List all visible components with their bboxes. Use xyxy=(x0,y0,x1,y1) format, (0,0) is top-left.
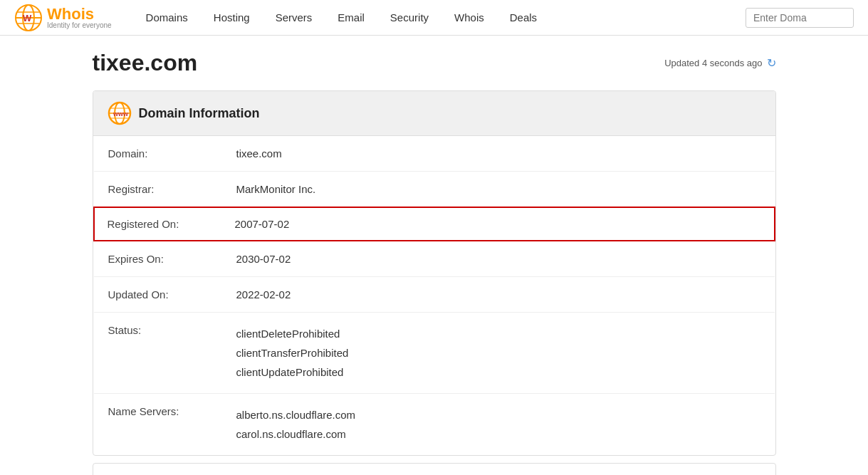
info-card-title: Domain Information xyxy=(139,106,260,121)
updated-text-label: Updated 4 seconds ago xyxy=(664,58,762,68)
ns-list: alberto.ns.cloudflare.com carol.ns.cloud… xyxy=(236,405,760,444)
nav-domains[interactable]: Domains xyxy=(133,0,201,36)
www-icon: www xyxy=(108,101,132,125)
refresh-icon[interactable]: ↻ xyxy=(767,56,776,70)
main-nav: Domains Hosting Servers Email Security W… xyxy=(133,0,746,36)
nav-hosting[interactable]: Hosting xyxy=(201,0,263,36)
status-list: clientDeleteProhibited clientTransferPro… xyxy=(236,324,760,382)
logo-link[interactable]: W Whois Identity for everyone xyxy=(14,4,112,32)
table-row-registered: Registered On: 2007-07-02 xyxy=(94,207,775,241)
search-input[interactable] xyxy=(753,12,846,24)
row-label-ns: Name Servers: xyxy=(94,394,222,456)
row-label-status: Status: xyxy=(94,313,222,394)
table-row-ns: Name Servers: alberto.ns.cloudflare.com … xyxy=(94,394,775,456)
nav-security[interactable]: Security xyxy=(377,0,441,36)
nav-deals[interactable]: Deals xyxy=(497,0,550,36)
nav-servers[interactable]: Servers xyxy=(263,0,325,36)
row-value: tixee.com xyxy=(222,136,775,172)
row-value-registered: 2007-07-02 xyxy=(222,207,775,241)
table-row-status: Status: clientDeleteProhibited clientTra… xyxy=(94,313,775,394)
list-item: clientUpdateProhibited xyxy=(236,362,760,382)
logo-icon: W xyxy=(14,4,43,32)
search-box xyxy=(746,8,854,28)
svg-text:www: www xyxy=(113,110,129,118)
partial-card xyxy=(93,463,776,475)
row-value: 2030-07-02 xyxy=(222,241,775,277)
list-item: carol.ns.cloudflare.com xyxy=(236,424,760,444)
row-value: MarkMonitor Inc. xyxy=(222,172,775,208)
logo-whois-label: Whois xyxy=(47,6,112,22)
list-item: clientDeleteProhibited xyxy=(236,324,760,343)
list-item: clientTransferProhibited xyxy=(236,343,760,362)
table-row: Registrar: MarkMonitor Inc. xyxy=(94,172,775,208)
table-row: Expires On: 2030-07-02 xyxy=(94,241,775,277)
nav-whois[interactable]: Whois xyxy=(441,0,497,36)
row-label-registered: Registered On: xyxy=(94,207,222,241)
table-row: Updated On: 2022-02-02 xyxy=(94,277,775,313)
domain-title-row: tixee.com Updated 4 seconds ago ↻ xyxy=(93,50,776,76)
logo-tagline-label: Identity for everyone xyxy=(47,22,112,29)
info-card-header: www Domain Information xyxy=(93,91,775,136)
table-row: Domain: tixee.com xyxy=(94,136,775,172)
domain-info-card: www Domain Information Domain: tixee.com… xyxy=(93,90,776,456)
row-label: Registrar: xyxy=(94,172,222,208)
list-item: alberto.ns.cloudflare.com xyxy=(236,405,760,424)
row-value: 2022-02-02 xyxy=(222,277,775,313)
row-label: Expires On: xyxy=(94,241,222,277)
row-label: Updated On: xyxy=(94,277,222,313)
row-value-ns: alberto.ns.cloudflare.com carol.ns.cloud… xyxy=(222,394,775,456)
header: W Whois Identity for everyone Domains Ho… xyxy=(0,0,868,36)
nav-email[interactable]: Email xyxy=(325,0,377,36)
updated-status: Updated 4 seconds ago ↻ xyxy=(664,56,775,70)
info-table: Domain: tixee.com Registrar: MarkMonitor… xyxy=(93,136,775,455)
main-content: tixee.com Updated 4 seconds ago ↻ www Do… xyxy=(78,36,790,475)
row-value-status: clientDeleteProhibited clientTransferPro… xyxy=(222,313,775,394)
svg-text:W: W xyxy=(23,13,32,24)
domain-name-title: tixee.com xyxy=(93,50,198,76)
row-label: Domain: xyxy=(94,136,222,172)
logo-text: Whois Identity for everyone xyxy=(47,6,112,29)
